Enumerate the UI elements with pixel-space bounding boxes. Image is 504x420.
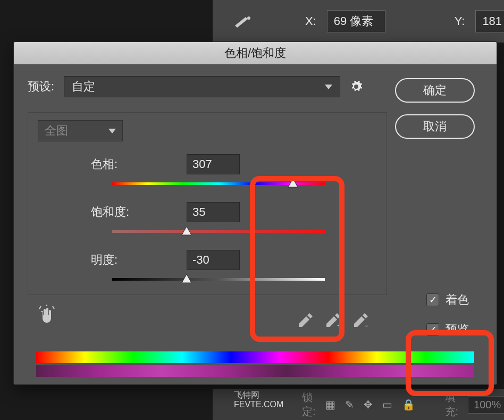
- eyedropper-minus-icon[interactable]: −: [353, 312, 369, 331]
- eyedropper-plus-icon[interactable]: +: [325, 312, 341, 331]
- dialog-titlebar[interactable]: 色相/饱和度: [14, 42, 497, 64]
- range-value: 全图: [45, 123, 68, 139]
- lock-move-icon[interactable]: ✥: [364, 398, 373, 411]
- gear-icon[interactable]: [350, 80, 363, 93]
- lightness-value[interactable]: [187, 250, 240, 270]
- lock-all-icon[interactable]: 🔒: [402, 398, 415, 411]
- dialog-title: 色相/饱和度: [224, 45, 286, 61]
- lock-artboard-icon[interactable]: ▭: [382, 398, 392, 411]
- spectrum-input: [36, 351, 474, 363]
- chevron-down-icon: [325, 85, 332, 89]
- preview-checkbox[interactable]: ✓: [426, 323, 439, 336]
- saturation-value[interactable]: [187, 202, 240, 222]
- watermark: 飞特网 FEVTE.COM: [234, 390, 283, 409]
- preset-value: 自定: [72, 79, 95, 95]
- preset-dropdown[interactable]: 自定: [64, 76, 340, 97]
- eyedropper-group: + −: [298, 312, 369, 331]
- colorize-label: 着色: [446, 292, 469, 308]
- colorize-checkbox[interactable]: ✓: [426, 293, 439, 306]
- y-field[interactable]: [475, 10, 504, 32]
- fill-value[interactable]: 100%: [468, 396, 504, 414]
- lock-label: 锁定:: [302, 390, 316, 419]
- lightness-thumb[interactable]: [181, 273, 192, 284]
- spectrum-output: [36, 365, 474, 377]
- saturation-thumb[interactable]: [181, 225, 192, 236]
- hue-label: 色相:: [91, 156, 176, 172]
- slider-panel: 全图 色相: 饱和度:: [28, 112, 387, 295]
- range-dropdown: 全图: [38, 120, 123, 141]
- lightness-slider[interactable]: [112, 275, 325, 283]
- eyedropper-icon[interactable]: [298, 312, 314, 331]
- lightness-label: 明度:: [91, 252, 176, 268]
- hue-slider[interactable]: [112, 180, 325, 187]
- svg-point-0: [247, 16, 250, 20]
- chevron-down-icon: [108, 129, 116, 133]
- y-label: Y:: [455, 14, 465, 28]
- background-bottom-bar: 飞特网 FEVTE.COM 锁定: ▦ ✎ ✥ ▭ 🔒 填充: 100%: [213, 389, 504, 420]
- background-toolbar: X: Y:: [213, 0, 504, 43]
- lock-image-icon[interactable]: ▦: [325, 398, 335, 411]
- cancel-button[interactable]: 取消: [395, 114, 475, 139]
- hue-thumb[interactable]: [287, 178, 299, 188]
- saturation-slider[interactable]: [112, 228, 325, 235]
- brush-tool-icon[interactable]: [234, 9, 252, 34]
- hue-value[interactable]: [187, 154, 240, 174]
- saturation-label: 饱和度:: [91, 204, 176, 220]
- x-label: X:: [305, 14, 316, 28]
- preset-label: 预设:: [28, 79, 54, 95]
- x-field[interactable]: [327, 10, 385, 32]
- hue-saturation-dialog: 色相/饱和度 预设: 自定 全图 色相:: [13, 41, 497, 385]
- svg-text:+: +: [337, 322, 341, 328]
- svg-text:−: −: [365, 322, 368, 328]
- fill-label: 填充:: [445, 390, 459, 419]
- lock-brush-icon[interactable]: ✎: [345, 398, 354, 411]
- hand-icon[interactable]: [37, 305, 56, 328]
- preview-label: 预览: [446, 322, 469, 338]
- ok-button[interactable]: 确定: [395, 78, 475, 103]
